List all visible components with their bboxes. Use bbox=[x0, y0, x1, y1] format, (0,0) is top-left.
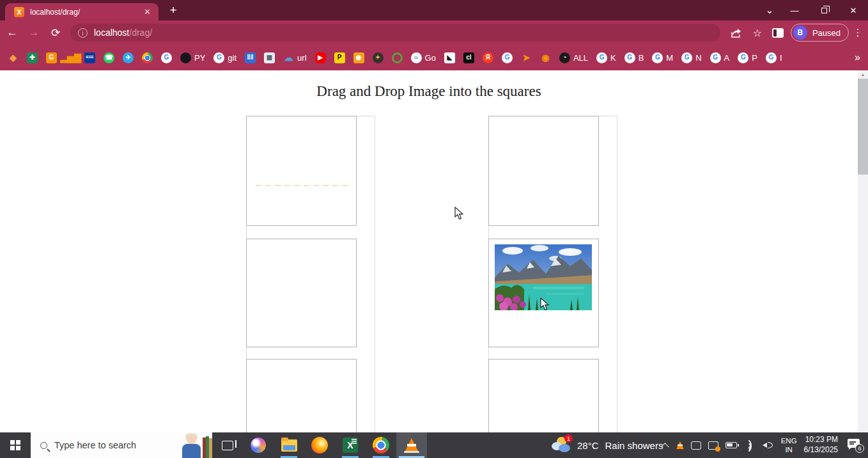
google-a-icon: G bbox=[710, 52, 721, 63]
taskbar-app-excel[interactable]: X bbox=[335, 432, 366, 458]
scrollbar-thumb[interactable] bbox=[858, 79, 868, 175]
bookmark-google-p[interactable]: GP bbox=[738, 52, 757, 63]
drop-square-left-2[interactable] bbox=[246, 239, 357, 347]
bookmark-label: I bbox=[780, 53, 782, 63]
bookmark-green-ring[interactable] bbox=[392, 52, 403, 63]
update-alert-icon[interactable] bbox=[708, 441, 718, 450]
wifi-icon[interactable] bbox=[744, 441, 756, 450]
cart-icon: ✦ bbox=[373, 52, 384, 63]
restore-icon bbox=[821, 8, 827, 13]
bookmark-cart[interactable]: ✦ bbox=[373, 52, 384, 63]
bookmark-bird[interactable]: ➤ bbox=[521, 52, 532, 63]
drop-square-left-3[interactable] bbox=[246, 359, 357, 432]
bookmark-google-m[interactable]: GM bbox=[652, 52, 673, 63]
minimize-button[interactable]: — bbox=[780, 0, 809, 20]
tab-close-icon[interactable]: ✕ bbox=[143, 7, 152, 17]
copilot-icon bbox=[251, 438, 266, 453]
google-i-icon: G bbox=[766, 52, 777, 63]
bookmarks-overflow-icon[interactable]: » bbox=[855, 52, 860, 63]
language-indicator[interactable]: ENG IN bbox=[781, 436, 797, 455]
bookmark-label: P bbox=[752, 53, 757, 63]
scrollbar-up-arrow-icon[interactable]: ▲ bbox=[858, 71, 868, 79]
side-panel-button[interactable] bbox=[769, 24, 787, 42]
p-yellow-icon: P bbox=[334, 52, 345, 63]
clock[interactable]: 10:23 PM 6/13/2025 bbox=[804, 435, 838, 455]
bookmark-star-button[interactable]: ☆ bbox=[748, 24, 766, 42]
bookmark-ieee[interactable]: IEEE bbox=[84, 52, 95, 63]
bookmark-camera2[interactable]: ◉ bbox=[540, 52, 551, 63]
bookmark-movie-camera[interactable]: ◉ bbox=[353, 52, 364, 63]
bookmark-cl[interactable]: cl bbox=[463, 52, 474, 63]
bookmark-orange-g[interactable]: G bbox=[46, 52, 57, 63]
page-scrollbar[interactable]: ▲ bbox=[858, 70, 868, 432]
bookmark-godaddy[interactable]: ∞Go bbox=[411, 52, 436, 63]
bookmark-cloud[interactable]: ☁url bbox=[283, 52, 306, 63]
bookmark-google-k[interactable]: GK bbox=[596, 52, 616, 63]
search-highlight-avatar[interactable] bbox=[179, 432, 212, 458]
bookmark-kite[interactable]: ◆ bbox=[8, 52, 19, 63]
screen: X localhost/drag/ ✕ + ⌄ — ✕ ← → ⟳ i loca… bbox=[0, 0, 868, 458]
bookmark-label: A bbox=[724, 53, 730, 63]
bookmark-google[interactable]: G bbox=[161, 52, 172, 63]
bookmark-google-git[interactable]: Ggit bbox=[213, 52, 236, 63]
reload-button[interactable]: ⟳ bbox=[46, 23, 65, 42]
taskbar-search[interactable]: Type here to search bbox=[31, 432, 212, 458]
bookmark-google-a[interactable]: GA bbox=[710, 52, 730, 63]
bookmark-google-i[interactable]: GI bbox=[766, 52, 782, 63]
bookmark-globe[interactable]: ◔ALL bbox=[559, 52, 588, 63]
taskbar-app-firefox[interactable] bbox=[304, 432, 335, 458]
start-button[interactable] bbox=[0, 432, 31, 458]
bookmark-google2[interactable]: G bbox=[502, 52, 513, 63]
bookmark-whatsapp[interactable]: ☎ bbox=[104, 52, 114, 63]
bookmark-analytics-bars[interactable]: ▂▅▇ bbox=[65, 52, 76, 63]
tab-strip: X localhost/drag/ ✕ + ⌄ — ✕ bbox=[0, 0, 868, 20]
browser-tab[interactable]: X localhost/drag/ ✕ bbox=[5, 3, 159, 20]
new-tab-button[interactable]: + bbox=[165, 2, 182, 19]
globe-icon: ◔ bbox=[559, 52, 570, 63]
bookmark-p-yellow[interactable]: P bbox=[334, 52, 345, 63]
bookmark-google-n[interactable]: GN bbox=[681, 52, 701, 63]
analytics-bars-icon: ▂▅▇ bbox=[65, 52, 76, 63]
drop-square-right-2[interactable] bbox=[488, 239, 599, 347]
tab-search-chevron-icon[interactable]: ⌄ bbox=[762, 3, 777, 18]
taskbar-app-vlc[interactable] bbox=[396, 432, 427, 458]
taskbar-app-copilot[interactable] bbox=[243, 432, 274, 458]
notification-center-button[interactable]: 6 bbox=[848, 439, 863, 452]
bookmark-youtube[interactable]: ▶ bbox=[315, 52, 326, 63]
bookmark-github[interactable]: PY bbox=[180, 52, 205, 63]
taskbar-app-file-explorer[interactable] bbox=[274, 432, 304, 458]
bookmark-google-b[interactable]: GB bbox=[624, 52, 644, 63]
display-tray-icon[interactable] bbox=[691, 441, 701, 450]
taskbar: Type here to search X 1 28°C Rain shower… bbox=[0, 432, 868, 458]
share-button[interactable] bbox=[728, 24, 746, 42]
bookmark-eagle[interactable]: ◣ bbox=[444, 52, 455, 63]
weather-widget[interactable]: 1 28°C Rain showers bbox=[551, 432, 663, 458]
bookmark-label: B bbox=[639, 53, 644, 63]
drop-square-right-1[interactable] bbox=[488, 116, 599, 226]
browser-menu-button[interactable]: ⋮ bbox=[851, 27, 864, 38]
bookmark-barcode[interactable]: ‖‖ bbox=[245, 52, 256, 63]
drop-square-right-3[interactable] bbox=[488, 359, 599, 432]
bookmark-calendar[interactable]: ▦ bbox=[264, 52, 275, 63]
site-info-icon[interactable]: i bbox=[78, 28, 88, 38]
profile-button[interactable]: B Paused bbox=[791, 24, 849, 42]
taskbar-app-chrome[interactable] bbox=[366, 432, 396, 458]
restore-button[interactable] bbox=[809, 0, 839, 20]
browser-toolbar: ← → ⟳ i localhost/drag/ ☆ B Paused ⋮ bbox=[0, 20, 868, 45]
clock-time: 10:23 PM bbox=[804, 435, 838, 445]
battery-icon[interactable] bbox=[725, 442, 737, 448]
volume-icon[interactable] bbox=[763, 441, 774, 450]
vlc-tray-icon[interactable] bbox=[676, 441, 684, 449]
forward-button[interactable]: → bbox=[24, 23, 43, 42]
address-bar[interactable]: i localhost/drag/ bbox=[70, 24, 720, 42]
bookmark-yandex[interactable]: Я bbox=[483, 52, 493, 63]
drop-square-left-1[interactable] bbox=[246, 116, 357, 226]
sync-paused-label: Paused bbox=[812, 28, 841, 38]
vlc-icon bbox=[405, 438, 419, 452]
taskbar-app-task-view[interactable] bbox=[212, 432, 243, 458]
bookmark-sheets[interactable]: ✚ bbox=[27, 52, 38, 63]
close-button[interactable]: ✕ bbox=[839, 0, 868, 20]
bookmark-telegram[interactable]: ✈ bbox=[123, 52, 134, 63]
bookmark-chrome[interactable] bbox=[142, 52, 153, 63]
back-button[interactable]: ← bbox=[3, 23, 22, 42]
